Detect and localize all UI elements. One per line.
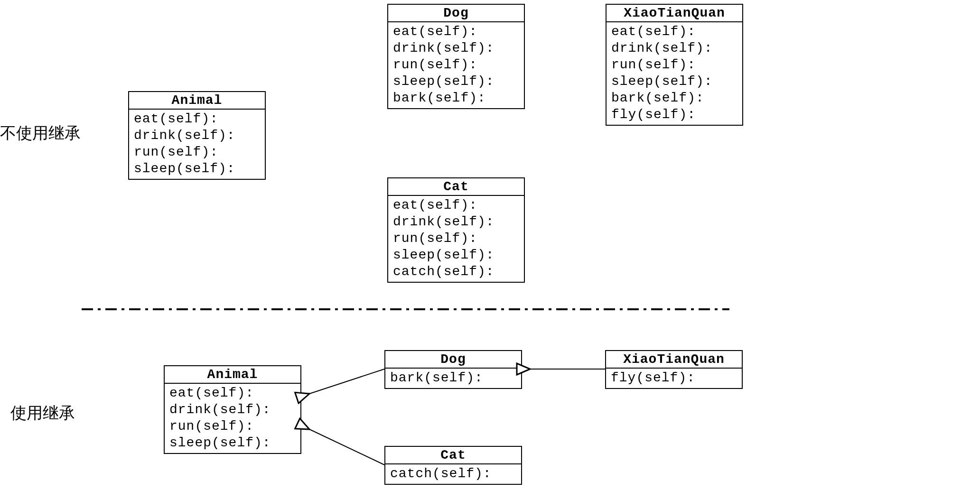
class-cat-2: Cat catch(self):	[384, 446, 522, 485]
method: drink(self):	[393, 213, 519, 230]
class-body: eat(self): drink(self): run(self): sleep…	[388, 22, 524, 108]
class-title: Animal	[165, 366, 300, 384]
class-title: XiaoTianQuan	[607, 5, 742, 22]
method: sleep(self):	[393, 247, 519, 263]
method: sleep(self):	[611, 73, 737, 90]
class-body: eat(self): drink(self): run(self): sleep…	[607, 22, 742, 125]
method: sleep(self):	[169, 435, 296, 451]
method: eat(self):	[169, 385, 296, 401]
class-title: Dog	[385, 351, 521, 369]
class-body: eat(self): drink(self): run(self): sleep…	[165, 384, 300, 453]
class-body: bark(self):	[385, 369, 521, 388]
class-title: Dog	[388, 5, 524, 22]
method: run(self):	[393, 56, 519, 73]
class-body: eat(self): drink(self): run(self): sleep…	[388, 196, 524, 282]
method: drink(self):	[393, 40, 519, 56]
method: eat(self):	[393, 197, 519, 213]
class-xtq-1: XiaoTianQuan eat(self): drink(self): run…	[606, 4, 743, 126]
method: bark(self):	[611, 90, 737, 106]
svg-line-1	[309, 429, 384, 465]
class-title: Animal	[129, 92, 265, 110]
class-body: eat(self): drink(self): run(self): sleep…	[129, 110, 265, 179]
method: drink(self):	[611, 40, 737, 56]
class-title: Cat	[388, 178, 524, 196]
method: drink(self):	[169, 401, 296, 418]
svg-line-0	[309, 369, 384, 394]
method: fly(self):	[611, 370, 737, 386]
method: sleep(self):	[134, 160, 260, 177]
class-xtq-2: XiaoTianQuan fly(self):	[605, 350, 743, 389]
class-dog-1: Dog eat(self): drink(self): run(self): s…	[387, 4, 525, 109]
method: eat(self):	[393, 23, 519, 40]
class-title: XiaoTianQuan	[606, 351, 742, 369]
method: fly(self):	[611, 106, 737, 123]
method: sleep(self):	[393, 73, 519, 90]
method: bark(self):	[390, 370, 516, 386]
class-body: fly(self):	[606, 369, 742, 388]
method: catch(self):	[390, 465, 516, 482]
class-animal-1: Animal eat(self): drink(self): run(self)…	[128, 91, 266, 180]
method: run(self):	[169, 418, 296, 435]
class-body: catch(self):	[385, 464, 521, 484]
method: run(self):	[611, 56, 737, 73]
method: run(self):	[134, 144, 260, 160]
method: eat(self):	[611, 23, 737, 40]
divider-dash-dot	[82, 308, 729, 310]
class-dog-2: Dog bark(self):	[384, 350, 522, 389]
method: bark(self):	[393, 90, 519, 106]
class-cat-1: Cat eat(self): drink(self): run(self): s…	[387, 177, 525, 283]
section1-label: 不使用继承	[0, 122, 81, 144]
class-title: Cat	[385, 447, 521, 464]
section2-label: 使用继承	[10, 402, 75, 424]
method: drink(self):	[134, 127, 260, 144]
class-animal-2: Animal eat(self): drink(self): run(self)…	[164, 365, 301, 454]
method: run(self):	[393, 230, 519, 247]
method: catch(self):	[393, 263, 519, 280]
method: eat(self):	[134, 111, 260, 127]
